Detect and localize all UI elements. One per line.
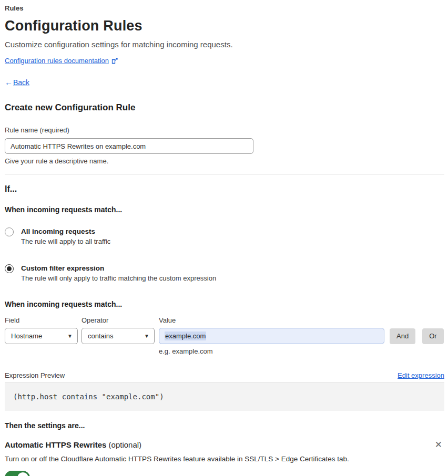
automatic-https-rewrites-toggle[interactable]: ✓ [5, 471, 30, 476]
setting-optional-tag: (optional) [109, 440, 142, 449]
check-icon: ✓ [9, 474, 15, 476]
external-link-icon [111, 58, 118, 64]
operator-select[interactable]: contains ▼ [82, 328, 155, 344]
field-select-value: Hostname [11, 332, 42, 340]
setting-title: Automatic HTTPS Rewrites (optional) [5, 440, 141, 450]
toggle-knob [17, 472, 28, 476]
expression-preview-label: Expression Preview [5, 371, 65, 380]
match-heading: When incoming requests match... [5, 205, 444, 214]
radio-custom-filter-expression[interactable] [5, 264, 14, 273]
back-arrow-icon: ← [5, 78, 13, 87]
expression-preview-block: (http.host contains "example.com") [5, 382, 444, 411]
back-link[interactable]: Back [13, 78, 29, 87]
radio-description: The rule will only apply to traffic matc… [21, 274, 216, 283]
setting-description: Turn on or off the Cloudflare Automatic … [5, 454, 444, 463]
close-icon: ✕ [435, 440, 442, 450]
option-custom-filter-expression: Custom filter expression The rule will o… [5, 264, 444, 283]
radio-label[interactable]: All incoming requests [21, 227, 110, 236]
value-input-text: example.com [165, 332, 206, 340]
settings-heading: Then the settings are... [5, 421, 444, 430]
operator-label: Operator [82, 316, 159, 325]
radio-description: The rule will apply to all traffic [21, 237, 110, 246]
and-button[interactable]: And [390, 328, 415, 344]
field-select[interactable]: Hostname ▼ [5, 328, 78, 344]
rule-name-label: Rule name (required) [5, 126, 444, 134]
radio-all-incoming-requests[interactable] [5, 227, 14, 236]
field-label: Field [5, 316, 82, 325]
operator-select-value: contains [88, 332, 113, 340]
value-helper: e.g. example.com [159, 347, 444, 356]
section-divider [5, 174, 444, 174]
configuration-rules-page: Rules Configuration Rules Customize conf… [0, 0, 448, 476]
value-label: Value [159, 316, 444, 325]
back-row: ← Back [5, 78, 444, 87]
rule-name-input[interactable] [5, 138, 253, 154]
create-rule-heading: Create new Configuration Rule [5, 102, 444, 113]
setting-title-text: Automatic HTTPS Rewrites [5, 440, 106, 449]
page-title: Configuration Rules [5, 17, 444, 35]
edit-expression-link[interactable]: Edit expression [398, 371, 444, 380]
or-button[interactable]: Or [422, 328, 443, 344]
option-all-incoming-requests: All incoming requests The rule will appl… [5, 227, 444, 246]
chevron-down-icon: ▼ [67, 333, 73, 339]
documentation-link[interactable]: Configuration rules documentation [5, 56, 109, 65]
rule-name-helper: Give your rule a descriptive name. [5, 157, 444, 165]
remove-setting-button[interactable]: ✕ [433, 440, 444, 450]
if-heading: If... [5, 184, 444, 194]
breadcrumb: Rules [5, 4, 444, 13]
radio-label[interactable]: Custom filter expression [21, 264, 216, 273]
expression-code: (http.host contains "example.com") [5, 382, 444, 411]
value-input[interactable]: example.com [159, 328, 384, 344]
chevron-down-icon: ▼ [144, 333, 149, 339]
expression-builder-heading: When incoming requests match... [5, 299, 444, 309]
page-subtitle: Customize configuration settings for mat… [5, 39, 444, 49]
